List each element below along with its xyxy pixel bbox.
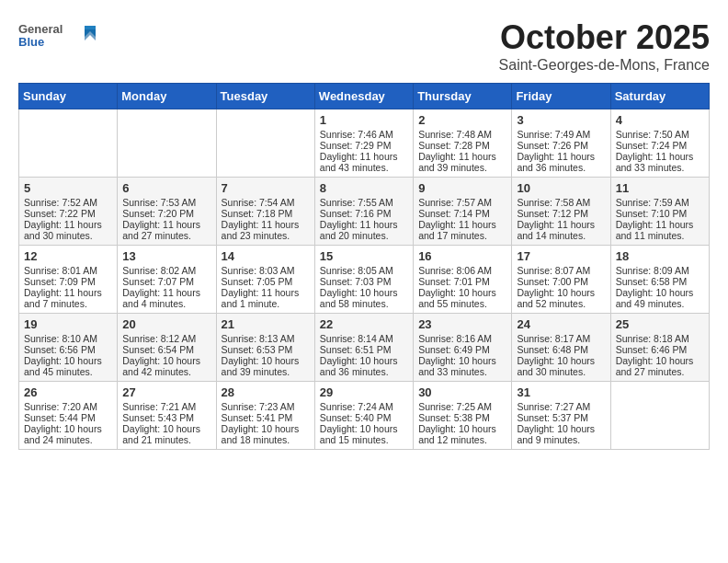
day-number: 5: [24, 181, 112, 195]
daylight-text: Daylight: 11 hours and 23 minutes.: [222, 219, 310, 241]
weekday-header: Sunday: [19, 84, 118, 109]
calendar-cell: 22Sunrise: 8:14 AMSunset: 6:51 PMDayligh…: [314, 314, 413, 382]
daylight-text: Daylight: 10 hours and 49 minutes.: [616, 287, 704, 309]
sunset-text: Sunset: 6:58 PM: [616, 276, 704, 287]
calendar-cell: 4Sunrise: 7:50 AMSunset: 7:24 PMDaylight…: [610, 109, 709, 178]
day-number: 30: [418, 385, 506, 399]
calendar-cell: 28Sunrise: 7:23 AMSunset: 5:41 PMDayligh…: [216, 382, 314, 450]
daylight-text: Daylight: 10 hours and 21 minutes.: [122, 423, 210, 445]
day-number: 1: [320, 113, 408, 127]
sunrise-text: Sunrise: 8:17 AM: [517, 333, 605, 344]
svg-text:Blue: Blue: [18, 35, 44, 49]
sunrise-text: Sunrise: 8:16 AM: [418, 333, 506, 344]
daylight-text: Daylight: 10 hours and 9 minutes.: [517, 423, 605, 445]
day-number: 3: [517, 113, 605, 127]
daylight-text: Daylight: 10 hours and 39 minutes.: [222, 355, 310, 377]
calendar-cell: 19Sunrise: 8:10 AMSunset: 6:56 PMDayligh…: [19, 314, 118, 382]
sunset-text: Sunset: 6:49 PM: [418, 344, 506, 355]
svg-text:General: General: [18, 22, 63, 36]
sunrise-text: Sunrise: 7:46 AM: [320, 129, 408, 140]
calendar-cell: 15Sunrise: 8:05 AMSunset: 7:03 PMDayligh…: [314, 246, 413, 314]
day-number: 26: [24, 385, 112, 399]
day-number: 29: [320, 385, 408, 399]
sunset-text: Sunset: 7:16 PM: [320, 208, 408, 219]
sunset-text: Sunset: 7:26 PM: [517, 140, 605, 151]
day-number: 14: [222, 249, 310, 263]
day-number: 25: [616, 317, 704, 331]
weekday-header: Thursday: [414, 84, 512, 109]
sunset-text: Sunset: 7:09 PM: [24, 276, 112, 287]
daylight-text: Daylight: 11 hours and 27 minutes.: [122, 219, 210, 241]
calendar-cell: 8Sunrise: 7:55 AMSunset: 7:16 PMDaylight…: [314, 178, 413, 246]
daylight-text: Daylight: 10 hours and 58 minutes.: [320, 287, 408, 309]
daylight-text: Daylight: 11 hours and 20 minutes.: [320, 219, 408, 241]
day-number: 31: [517, 385, 605, 399]
daylight-text: Daylight: 11 hours and 1 minute.: [222, 287, 310, 309]
daylight-text: Daylight: 11 hours and 36 minutes.: [517, 151, 605, 173]
calendar-cell: [610, 382, 709, 450]
day-number: 4: [616, 113, 704, 127]
calendar-cell: 6Sunrise: 7:53 AMSunset: 7:20 PMDaylight…: [118, 178, 216, 246]
calendar-week-row: 5Sunrise: 7:52 AMSunset: 7:22 PMDaylight…: [19, 178, 710, 246]
weekday-header: Monday: [118, 84, 216, 109]
sunset-text: Sunset: 5:44 PM: [24, 412, 112, 423]
sunset-text: Sunset: 6:46 PM: [616, 344, 704, 355]
calendar-week-row: 19Sunrise: 8:10 AMSunset: 6:56 PMDayligh…: [19, 314, 710, 382]
weekday-header: Tuesday: [216, 84, 314, 109]
day-number: 13: [122, 249, 210, 263]
daylight-text: Daylight: 10 hours and 30 minutes.: [517, 355, 605, 377]
sunset-text: Sunset: 6:48 PM: [517, 344, 605, 355]
calendar-cell: 25Sunrise: 8:18 AMSunset: 6:46 PMDayligh…: [610, 314, 709, 382]
sunrise-text: Sunrise: 7:48 AM: [418, 129, 506, 140]
daylight-text: Daylight: 11 hours and 39 minutes.: [418, 151, 506, 173]
sunset-text: Sunset: 5:38 PM: [418, 412, 506, 423]
sunrise-text: Sunrise: 7:53 AM: [122, 197, 210, 208]
calendar-cell: [216, 109, 314, 178]
calendar-cell: [19, 109, 118, 178]
calendar-cell: 12Sunrise: 8:01 AMSunset: 7:09 PMDayligh…: [19, 246, 118, 314]
sunrise-text: Sunrise: 7:59 AM: [616, 197, 704, 208]
calendar-cell: 29Sunrise: 7:24 AMSunset: 5:40 PMDayligh…: [314, 382, 413, 450]
month-title: October 2025: [499, 18, 710, 57]
sunset-text: Sunset: 6:56 PM: [24, 344, 112, 355]
daylight-text: Daylight: 10 hours and 15 minutes.: [320, 423, 408, 445]
calendar-cell: 10Sunrise: 7:58 AMSunset: 7:12 PMDayligh…: [512, 178, 610, 246]
calendar-cell: 17Sunrise: 8:07 AMSunset: 7:00 PMDayligh…: [512, 246, 610, 314]
sunset-text: Sunset: 5:43 PM: [122, 412, 210, 423]
sunrise-text: Sunrise: 7:27 AM: [517, 401, 605, 412]
daylight-text: Daylight: 11 hours and 43 minutes.: [320, 151, 408, 173]
day-number: 28: [222, 385, 310, 399]
calendar-cell: 26Sunrise: 7:20 AMSunset: 5:44 PMDayligh…: [19, 382, 118, 450]
calendar-week-row: 26Sunrise: 7:20 AMSunset: 5:44 PMDayligh…: [19, 382, 710, 450]
daylight-text: Daylight: 10 hours and 42 minutes.: [122, 355, 210, 377]
calendar-cell: 18Sunrise: 8:09 AMSunset: 6:58 PMDayligh…: [610, 246, 709, 314]
sunrise-text: Sunrise: 8:18 AM: [616, 333, 704, 344]
daylight-text: Daylight: 10 hours and 18 minutes.: [222, 423, 310, 445]
day-number: 15: [320, 249, 408, 263]
day-number: 18: [616, 249, 704, 263]
weekday-header: Friday: [512, 84, 610, 109]
sunset-text: Sunset: 7:14 PM: [418, 208, 506, 219]
day-number: 7: [222, 181, 310, 195]
calendar-cell: 27Sunrise: 7:21 AMSunset: 5:43 PMDayligh…: [118, 382, 216, 450]
calendar-cell: [118, 109, 216, 178]
calendar-cell: 30Sunrise: 7:25 AMSunset: 5:38 PMDayligh…: [414, 382, 512, 450]
sunset-text: Sunset: 7:10 PM: [616, 208, 704, 219]
svg-marker-3: [85, 29, 96, 40]
sunrise-text: Sunrise: 8:12 AM: [122, 333, 210, 344]
sunrise-text: Sunrise: 8:05 AM: [320, 265, 408, 276]
day-number: 19: [24, 317, 112, 331]
calendar-cell: 31Sunrise: 7:27 AMSunset: 5:37 PMDayligh…: [512, 382, 610, 450]
day-number: 2: [418, 113, 506, 127]
sunrise-text: Sunrise: 7:55 AM: [320, 197, 408, 208]
day-number: 9: [418, 181, 506, 195]
sunrise-text: Sunrise: 7:54 AM: [222, 197, 310, 208]
sunset-text: Sunset: 5:37 PM: [517, 412, 605, 423]
weekday-header-row: SundayMondayTuesdayWednesdayThursdayFrid…: [19, 84, 710, 109]
logo: General Blue: [18, 18, 101, 57]
day-number: 24: [517, 317, 605, 331]
day-number: 17: [517, 249, 605, 263]
calendar-cell: 1Sunrise: 7:46 AMSunset: 7:29 PMDaylight…: [314, 109, 413, 178]
calendar-page: General Blue October 2025 Saint-Georges-…: [0, 0, 728, 459]
calendar-cell: 3Sunrise: 7:49 AMSunset: 7:26 PMDaylight…: [512, 109, 610, 178]
